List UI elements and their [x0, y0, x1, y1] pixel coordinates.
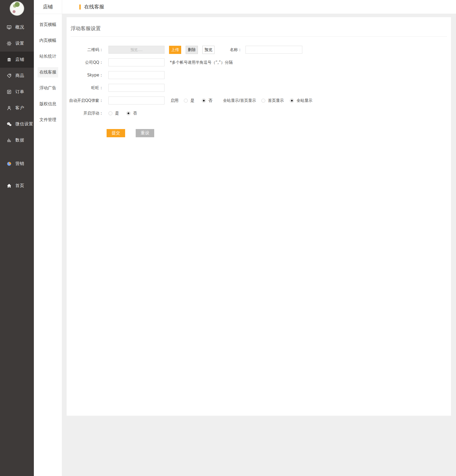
tag-icon: [6, 73, 12, 79]
sidebar-item-label: 营销: [15, 161, 24, 167]
qrcode-label: 二维码：: [67, 47, 103, 52]
form-row-wangwang: 旺旺：: [67, 84, 451, 92]
submenu-header: 店铺: [34, 0, 62, 14]
home-icon: [6, 183, 12, 189]
form-row-qq-popup: 自动开启QQ弹窗： 启用 是 否 全站显示/首页显示 首页显示 全站显示: [67, 96, 451, 105]
form-actions: 提交 重设: [67, 129, 451, 137]
sidebar-item-shop[interactable]: 店铺: [0, 52, 34, 68]
skype-label: Skype：: [67, 73, 103, 78]
settings-form: 二维码： 上传 删除 预览 名称： 公司QQ： *多个帐号请用半角逗号（“,”）…: [67, 37, 451, 137]
submenu-item-webmaster-stats[interactable]: 站长统计: [34, 48, 62, 64]
pie-chart-icon: [6, 161, 12, 167]
sidebar-item-label: 数据: [15, 138, 24, 143]
sidebar: 概况 设置 店铺: [0, 0, 34, 476]
topbar: 在线客服: [62, 0, 456, 14]
preview-button[interactable]: 预览: [202, 46, 215, 54]
wangwang-label: 旺旺：: [67, 85, 103, 90]
radio-display-site-label: 全站显示: [297, 98, 312, 103]
sidebar-item-orders[interactable]: 订单: [0, 84, 34, 100]
sidebar-item-label: 微信设置: [15, 121, 33, 127]
radio-display-home-label: 首页显示: [268, 98, 284, 103]
company-qq-label: 公司QQ：: [67, 60, 103, 65]
submenu-list: 首页横幅 内页横幅 站长统计 在线客服 浮动广告 版权信息 文件管理: [34, 14, 62, 128]
reset-button[interactable]: 重设: [136, 129, 154, 137]
submenu-item-online-service[interactable]: 在线客服: [34, 64, 62, 80]
sidebar-item-home[interactable]: 首页: [0, 178, 34, 194]
company-qq-input[interactable]: [108, 58, 165, 66]
sidebar-item-label: 商品: [15, 73, 24, 79]
sidebar-item-products[interactable]: 商品: [0, 68, 34, 84]
radio-enable-yes-label: 是: [190, 98, 194, 103]
page-title: 在线客服: [84, 3, 104, 10]
form-row-company-qq: 公司QQ： *多个帐号请用半角逗号（“,”）分隔: [67, 58, 451, 67]
form-row-skype: Skype：: [67, 71, 451, 79]
customer-icon: [6, 105, 12, 111]
order-icon: [6, 89, 12, 95]
submenu: 店铺 首页横幅 内页横幅 站长统计 在线客服 浮动广告 版权信息 文件管理: [34, 0, 62, 476]
submit-button[interactable]: 提交: [107, 129, 125, 137]
sidebar-item-data[interactable]: 数据: [0, 132, 34, 148]
sidebar-item-wechat[interactable]: 微信设置: [0, 116, 34, 132]
enable-group-label: 启用: [171, 98, 179, 103]
overview-icon: [6, 25, 12, 30]
radio-float-no[interactable]: [126, 111, 130, 115]
radio-enable-no-label: 否: [208, 98, 212, 103]
sidebar-item-label: 客户: [15, 105, 24, 111]
sidebar-item-marketing[interactable]: 营销: [0, 156, 34, 172]
display-group-label: 全站显示/首页显示: [223, 98, 256, 103]
sidebar-item-label: 首页: [15, 183, 24, 189]
skype-input[interactable]: [108, 71, 165, 79]
shop-icon: [6, 57, 12, 62]
sidebar-item-label: 设置: [15, 41, 24, 46]
radio-float-no-label: 否: [133, 111, 137, 116]
submenu-item-copyright[interactable]: 版权信息: [34, 96, 62, 112]
form-row-qrcode: 二维码： 上传 删除 预览 名称：: [67, 45, 451, 54]
radio-display-home[interactable]: [261, 99, 265, 103]
name-label: 名称：: [230, 47, 242, 52]
float-label: 开启浮动：: [67, 111, 103, 116]
radio-float-yes-label: 是: [115, 111, 119, 116]
radio-display-site[interactable]: [290, 99, 294, 103]
wechat-icon: [6, 121, 12, 127]
upload-button[interactable]: 上传: [169, 46, 181, 54]
sidebar-item-label: 店铺: [15, 57, 24, 62]
qq-popup-input[interactable]: [108, 97, 165, 104]
submenu-item-floating-ad[interactable]: 浮动广告: [34, 80, 62, 96]
form-row-float: 开启浮动： 是 否: [67, 109, 451, 117]
sidebar-item-label: 订单: [15, 89, 24, 95]
qrcode-preview-input[interactable]: [108, 46, 165, 54]
sidebar-item-settings[interactable]: 设置: [0, 35, 34, 52]
radio-enable-yes[interactable]: [184, 99, 188, 103]
bar-chart-icon: [6, 138, 12, 143]
sidebar-item-customers[interactable]: 客户: [0, 100, 34, 116]
company-qq-note: *多个帐号请用半角逗号（“,”）分隔: [170, 60, 233, 65]
submenu-title: 店铺: [43, 3, 53, 10]
avatar[interactable]: [10, 1, 24, 16]
gear-icon: [6, 41, 12, 46]
name-input[interactable]: [245, 46, 302, 54]
wangwang-input[interactable]: [108, 84, 165, 92]
submenu-item-home-banner[interactable]: 首页横幅: [34, 17, 62, 33]
qq-popup-label: 自动开启QQ弹窗：: [67, 98, 103, 103]
panel-title: 浮动客服设置: [67, 17, 451, 32]
accent-bar: [79, 4, 81, 10]
radio-float-yes[interactable]: [108, 111, 112, 115]
radio-enable-no[interactable]: [202, 99, 206, 103]
sidebar-item-label: 概况: [15, 25, 24, 30]
submenu-item-file-manager[interactable]: 文件管理: [34, 112, 62, 128]
delete-button[interactable]: 删除: [186, 46, 198, 54]
sidebar-item-overview[interactable]: 概况: [0, 19, 34, 35]
submenu-item-inner-banner[interactable]: 内页横幅: [34, 33, 62, 48]
main-panel: 浮动客服设置 二维码： 上传 删除 预览 名称： 公司QQ： *多个帐号请用半角…: [67, 17, 451, 416]
